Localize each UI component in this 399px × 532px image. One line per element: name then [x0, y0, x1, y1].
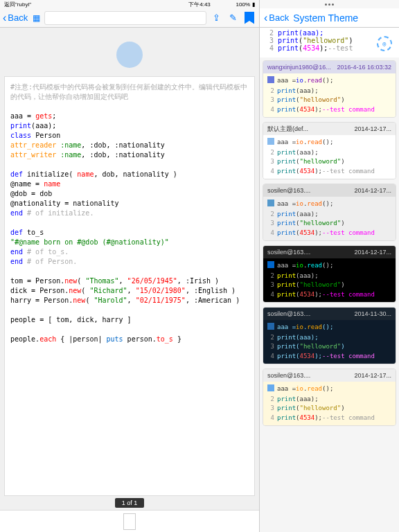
page-indicator: 1 of 1: [115, 498, 145, 508]
preview-line: 2print(aaa);: [264, 29, 395, 37]
code-line: aaa = gets;: [10, 112, 249, 121]
refresh-button[interactable]: ⊚: [377, 36, 392, 51]
edit-button[interactable]: ✎: [226, 11, 240, 25]
toolbar: ‹ Back ▦ ⇪ ✎: [0, 8, 259, 28]
code-line: people.each { |person| puts person.to_s …: [10, 335, 249, 344]
card-body: aaa = io.read(); 2print(aaa); 3print("he…: [263, 197, 396, 240]
page-footer: 1 of 1: [0, 496, 259, 510]
code-line: tom = Person.new( "Thomas", "26/05/1945"…: [10, 276, 249, 286]
card-body: aaa = io.read(); 2print(aaa); 3print("he…: [263, 382, 396, 425]
code-line: "#@name born on #@dob (#@nationality)": [10, 238, 249, 247]
code-line: @name = name: [10, 179, 249, 189]
card-date: 2014-11-30...: [354, 310, 391, 317]
chevron-left-icon: ‹: [264, 12, 267, 24]
code-line: people = [ tom, dick, harry ]: [10, 315, 249, 325]
card-header: sosilen@163.... 2014-12-17...: [263, 184, 396, 197]
battery-icon: ▮: [252, 1, 255, 8]
theme-list[interactable]: wangxinjun1980@16... 2016-4-16 16:03:32 …: [260, 57, 399, 532]
code-line: @dob = dob: [10, 189, 249, 199]
theme-back-button[interactable]: ‹ Back: [264, 12, 289, 24]
status-bar-right: [260, 0, 399, 8]
card-header: 默认主题(def... 2014-12-17...: [263, 123, 396, 135]
status-dots-icon: [325, 3, 334, 6]
card-header: sosilen@163.... 2014-11-30...: [263, 308, 396, 320]
card-header: sosilen@163.... 2014-12-17...: [263, 246, 396, 258]
code-page[interactable]: #注意:代码模板中的代码将会被复制到任何新创建的文件中。编辑代码模板中的代码，让…: [4, 76, 255, 496]
code-line: end # of initialize.: [10, 209, 249, 218]
theme-preview: 2print(aaa); 3print("helloword") 4print(…: [260, 28, 399, 57]
code-line: def to_s: [10, 228, 249, 238]
code-line: @nationality = nationality: [10, 199, 249, 209]
document-area: #注意:代码模板中的代码将会被复制到任何新创建的文件中。编辑代码模板中的代码，让…: [0, 28, 259, 496]
theme-card[interactable]: 默认主题(def... 2014-12-17... aaa = io.read(…: [263, 122, 396, 179]
card-date: 2014-12-17...: [354, 249, 391, 256]
theme-header: ‹ Back System Theme: [260, 8, 399, 28]
battery-text: 100%: [236, 1, 250, 8]
comment-text: #注意:代码模板中的代码将会被复制到任何新创建的文件中。编辑代码模板中的代码，让…: [10, 82, 249, 102]
theme-card[interactable]: wangxinjun1980@16... 2016-4-16 16:03:32 …: [263, 60, 396, 118]
status-back-app: 返回"rubyi": [4, 1, 31, 8]
theme-card[interactable]: sosilen@163.... 2014-11-30... aaa = io.r…: [263, 307, 396, 364]
card-user: sosilen@163....: [267, 310, 310, 317]
theme-card[interactable]: sosilen@163.... 2014-12-17... aaa = io.r…: [263, 184, 396, 241]
card-user: sosilen@163....: [267, 187, 310, 194]
card-user: sosilen@163....: [267, 249, 310, 256]
theme-title: System Theme: [293, 12, 358, 24]
card-body: aaa = io.read(); 2print(aaa); 3print("he…: [263, 258, 396, 302]
card-body: aaa = io.read(); 2print(aaa); 3print("he…: [263, 320, 396, 364]
code-line: def initialize( name, dob, nationality ): [10, 170, 249, 179]
status-right: 100% ▮: [236, 1, 255, 8]
editor-pane: 返回"rubyi" 下午4:43 100% ▮ ‹ Back ▦ ⇪ ✎ #注意…: [0, 0, 260, 532]
bookmark-icon: [245, 12, 254, 24]
status-bar: 返回"rubyi" 下午4:43 100% ▮: [0, 0, 259, 8]
code-line: class Person: [10, 131, 249, 141]
code-line: end # of Person.: [10, 257, 249, 267]
theme-pane: ‹ Back System Theme 2print(aaa); 3print(…: [260, 0, 399, 532]
card-date: 2014-12-17...: [354, 372, 391, 379]
code-line: attr_reader :name, :dob, :nationality: [10, 141, 249, 150]
code-line: harry = Person.new( "Harold", "02/11/197…: [10, 296, 249, 305]
code-line: dick = Person.new( "Richard", "15/02/198…: [10, 286, 249, 296]
card-body: aaa = io.read(); 2print(aaa); 3print("he…: [263, 135, 396, 179]
bookmark-button[interactable]: [242, 11, 256, 25]
share-button[interactable]: ⇪: [209, 11, 223, 25]
back-button[interactable]: ‹ Back: [3, 12, 28, 24]
grid-view-button[interactable]: ▦: [30, 12, 42, 24]
card-header: wangxinjun1980@16... 2016-4-16 16:03:32: [263, 61, 396, 73]
preview-line: 3print("helloword"): [264, 37, 395, 44]
theme-card[interactable]: sosilen@163.... 2014-12-17... aaa = io.r…: [263, 369, 396, 426]
back-label: Back: [8, 12, 28, 23]
card-user: 默认主题(def...: [267, 125, 308, 134]
theme-card[interactable]: sosilen@163.... 2014-12-17... aaa = io.r…: [263, 245, 396, 303]
search-input[interactable]: [44, 11, 206, 25]
cursor-indicator[interactable]: [116, 42, 143, 68]
status-time: 下午4:43: [188, 1, 211, 8]
thumbnail-bar: [0, 510, 259, 532]
code-line: end # of to_s.: [10, 247, 249, 257]
preview-line: 4print(4534);--test: [264, 44, 395, 52]
back-label: Back: [269, 12, 289, 23]
card-header: sosilen@163.... 2014-12-17...: [263, 369, 396, 382]
card-user: wangxinjun1980@16...: [267, 64, 331, 71]
card-date: 2016-4-16 16:03:32: [337, 64, 391, 71]
card-user: sosilen@163....: [267, 372, 310, 379]
code-line: print(aaa);: [10, 121, 249, 131]
card-body: aaa = io.read(); 2print(aaa); 3print("he…: [263, 73, 396, 117]
code-line: attr_writer :name, :dob, :nationality: [10, 150, 249, 160]
card-date: 2014-12-17...: [354, 125, 391, 132]
card-date: 2014-12-17...: [354, 187, 391, 194]
chevron-left-icon: ‹: [3, 12, 6, 24]
page-thumbnail[interactable]: [123, 513, 136, 530]
